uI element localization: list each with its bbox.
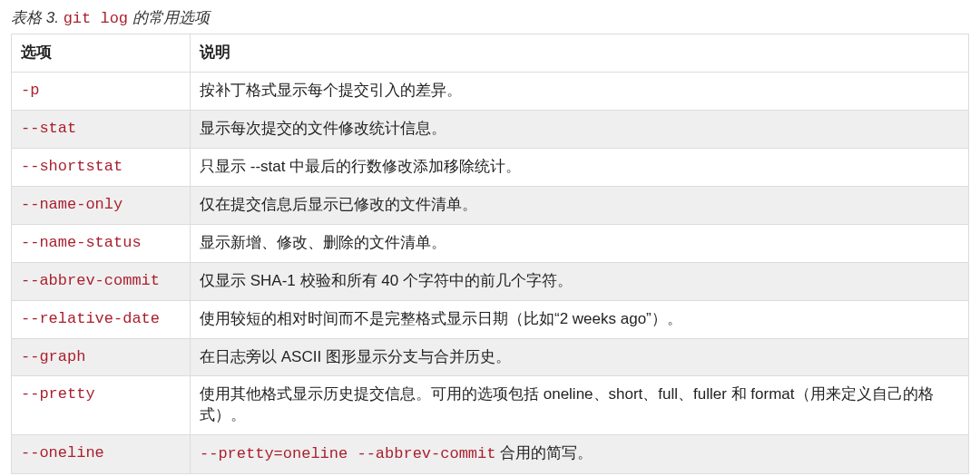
caption-code: git log: [64, 10, 128, 27]
table-row: --name-status 显示新增、修改、删除的文件清单。: [12, 224, 969, 262]
option-cell: --shortstat: [12, 148, 191, 186]
header-option: 选项: [12, 34, 191, 73]
option-cell: --pretty: [12, 376, 191, 435]
options-table: 选项 说明 -p 按补丁格式显示每个提交引入的差异。 --stat 显示每次提交…: [11, 34, 969, 474]
description-cell: 仅在提交信息后显示已修改的文件清单。: [191, 186, 969, 224]
description-cell: 显示每次提交的文件修改统计信息。: [191, 110, 969, 148]
description-code: --pretty=oneline --abbrev-commit: [200, 445, 495, 462]
option-cell: --abbrev-commit: [12, 262, 191, 300]
description-cell: 使用其他格式显示历史提交信息。可用的选项包括 oneline、short、ful…: [191, 376, 969, 435]
caption-suffix: 的常用选项: [128, 9, 210, 26]
description-cell: 使用较短的相对时间而不是完整格式显示日期（比如“2 weeks ago”）。: [191, 300, 969, 338]
option-cell: --name-status: [12, 224, 191, 262]
description-cell: 在日志旁以 ASCII 图形显示分支与合并历史。: [191, 338, 969, 376]
option-cell: --oneline: [12, 435, 191, 474]
table-row: --graph 在日志旁以 ASCII 图形显示分支与合并历史。: [12, 338, 969, 376]
option-cell: --name-only: [12, 186, 191, 224]
option-cell: --stat: [12, 110, 191, 148]
table-row: --relative-date 使用较短的相对时间而不是完整格式显示日期（比如“…: [12, 300, 969, 338]
description-cell: 按补丁格式显示每个提交引入的差异。: [191, 72, 969, 110]
description-cell: 显示新增、修改、删除的文件清单。: [191, 224, 969, 262]
caption-prefix: 表格 3.: [11, 9, 64, 26]
header-description: 说明: [191, 34, 969, 73]
table-row: --shortstat 只显示 --stat 中最后的行数修改添加移除统计。: [12, 148, 969, 186]
table-row: -p 按补丁格式显示每个提交引入的差异。: [12, 72, 969, 110]
description-cell: 只显示 --stat 中最后的行数修改添加移除统计。: [191, 148, 969, 186]
description-suffix: 合用的简写。: [495, 444, 593, 461]
option-cell: -p: [12, 72, 191, 110]
table-row: --pretty 使用其他格式显示历史提交信息。可用的选项包括 oneline、…: [12, 376, 969, 435]
option-cell: --relative-date: [12, 300, 191, 338]
option-cell: --graph: [12, 338, 191, 376]
table-row: --abbrev-commit 仅显示 SHA-1 校验和所有 40 个字符中的…: [12, 262, 969, 300]
table-header-row: 选项 说明: [12, 34, 969, 73]
description-cell: --pretty=oneline --abbrev-commit 合用的简写。: [191, 435, 969, 474]
table-caption: 表格 3. git log 的常用选项: [11, 7, 969, 28]
table-row: --stat 显示每次提交的文件修改统计信息。: [12, 110, 969, 148]
description-cell: 仅显示 SHA-1 校验和所有 40 个字符中的前几个字符。: [191, 262, 969, 300]
table-row: --name-only 仅在提交信息后显示已修改的文件清单。: [12, 186, 969, 224]
table-row: --oneline --pretty=oneline --abbrev-comm…: [12, 435, 969, 474]
